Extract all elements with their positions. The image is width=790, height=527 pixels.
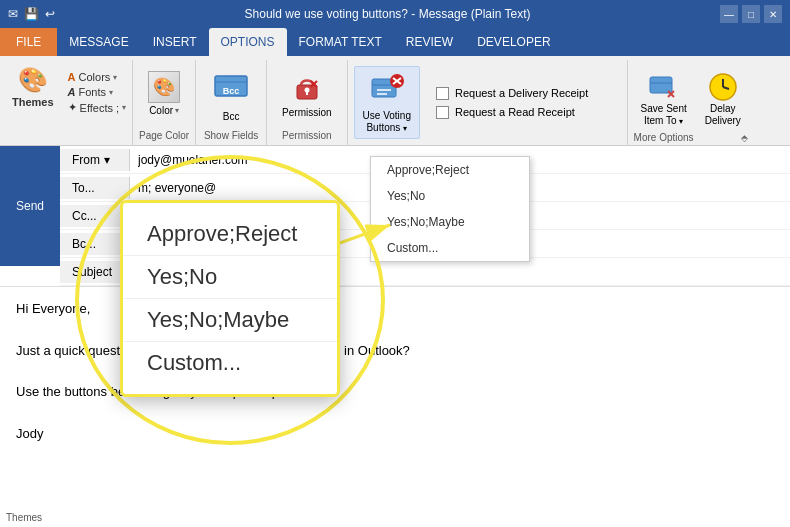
close-button[interactable]: ✕ — [764, 5, 782, 23]
colors-icon: A — [68, 71, 76, 83]
effects-icon: ✦ — [68, 101, 77, 114]
themes-sub-buttons: A Colors ▾ A Fonts ▾ ✦ Effects ; ▾ — [66, 70, 129, 115]
voting-dropdown-menu: Approve;Reject Yes;No Yes;No;Maybe Custo… — [370, 156, 530, 262]
permission-button[interactable]: Permission — [273, 66, 340, 123]
voting-btn-label: Use VotingButtons ▾ — [363, 110, 411, 134]
big-dropdown-approve-reject[interactable]: Approve;Reject — [123, 213, 337, 256]
to-button[interactable]: To... — [60, 177, 130, 199]
delivery-receipt-row[interactable]: Request a Delivery Receipt — [436, 87, 588, 100]
body-line-4: Jody — [16, 424, 774, 445]
colors-button[interactable]: A Colors ▾ — [66, 70, 129, 84]
use-voting-buttons-button[interactable]: Use VotingButtons ▾ — [354, 66, 420, 139]
tab-message[interactable]: MESSAGE — [57, 28, 140, 56]
show-fields-group-label: Show Fields — [204, 130, 258, 143]
ribbon-tab-bar: FILE MESSAGE INSERT OPTIONS FORMAT TEXT … — [0, 28, 790, 56]
voting-btn-icon-wrap — [369, 71, 405, 110]
minimize-button[interactable]: — — [720, 5, 738, 23]
read-receipt-checkbox[interactable] — [436, 106, 449, 119]
tab-developer[interactable]: DEVELOPER — [465, 28, 562, 56]
more-options-group: Save SentItem To ▾ DelayDelivery More Op… — [628, 60, 754, 145]
voting-icon — [369, 71, 405, 107]
page-color-group-label: Page Color — [139, 130, 189, 143]
dialog-launcher[interactable]: ⬘ — [741, 133, 748, 143]
dropdown-yes-no[interactable]: Yes;No — [371, 183, 529, 209]
permission-group-label: Permission — [282, 130, 331, 143]
title-bar: ✉ 💾 ↩ Should we use voting buttons? - Me… — [0, 0, 790, 28]
from-dropdown-arrow: ▾ — [104, 153, 110, 167]
ribbon: 🎨 Themes A Colors ▾ A Fonts ▾ ✦ Effects … — [0, 56, 790, 146]
dropdown-approve-reject[interactable]: Approve;Reject — [371, 157, 529, 183]
more-opts-buttons: Save SentItem To ▾ DelayDelivery — [634, 62, 748, 132]
themes-icon: 🎨 — [18, 66, 48, 94]
big-voting-dropdown: Approve;Reject Yes;No Yes;No;Maybe Custo… — [120, 200, 340, 397]
permission-icon — [289, 71, 325, 107]
fonts-button[interactable]: A Fonts ▾ — [66, 85, 129, 99]
svg-rect-5 — [306, 91, 308, 95]
read-receipt-row[interactable]: Request a Read Receipt — [436, 106, 588, 119]
title-bar-controls: — □ ✕ — [720, 5, 782, 23]
page-color-group: 🎨 Color ▾ Page Color — [133, 60, 196, 145]
page-color-dropdown-arrow: ▾ — [175, 106, 179, 115]
save-sent-icon — [648, 71, 680, 103]
effects-button[interactable]: ✦ Effects ; ▾ — [66, 100, 129, 115]
send-button[interactable]: Send — [0, 146, 60, 266]
delivery-receipt-checkbox[interactable] — [436, 87, 449, 100]
bcc-label: Bcc — [223, 111, 240, 122]
more-options-group-label: More Options — [634, 132, 694, 145]
delay-delivery-icon — [707, 71, 739, 103]
bcc-icon: Bcc — [213, 68, 249, 111]
tab-review[interactable]: REVIEW — [394, 28, 465, 56]
colors-dropdown-arrow: ▾ — [113, 73, 117, 82]
bcc-button[interactable]: Bcc Bcc — [202, 63, 260, 127]
save-icon: 💾 — [24, 7, 39, 21]
title-bar-icons: ✉ 💾 ↩ — [8, 7, 55, 21]
dropdown-custom[interactable]: Custom... — [371, 235, 529, 261]
tab-file[interactable]: FILE — [0, 28, 57, 56]
voting-tracking-group: Use VotingButtons ▾ Request a Delivery R… — [348, 60, 628, 145]
voting-btn-container: Use VotingButtons ▾ — [354, 66, 420, 139]
maximize-button[interactable]: □ — [742, 5, 760, 23]
svg-text:Bcc: Bcc — [223, 86, 240, 96]
message-body[interactable]: Hi Everyone, Just a quick question, do y… — [0, 287, 790, 527]
themes-group: 🎨 Themes A Colors ▾ A Fonts ▾ ✦ Effects … — [0, 60, 133, 145]
delay-delivery-button[interactable]: DelayDelivery — [698, 66, 748, 132]
page-color-button[interactable]: 🎨 Color ▾ — [143, 68, 185, 119]
effects-dropdown-arrow: ▾ — [122, 103, 126, 112]
fonts-dropdown-arrow: ▾ — [109, 88, 113, 97]
big-dropdown-yes-no[interactable]: Yes;No — [123, 256, 337, 299]
save-sent-label: Save SentItem To ▾ — [641, 103, 687, 127]
delivery-receipt-label: Request a Delivery Receipt — [455, 87, 588, 99]
big-dropdown-custom[interactable]: Custom... — [123, 342, 337, 384]
undo-icon[interactable]: ↩ — [45, 7, 55, 21]
checkboxes-area: Request a Delivery Receipt Request a Rea… — [428, 83, 596, 123]
tab-format-text[interactable]: FORMAT TEXT — [287, 28, 394, 56]
page-color-icon: 🎨 — [148, 71, 180, 103]
tab-options[interactable]: OPTIONS — [209, 28, 287, 56]
dropdown-yes-no-maybe[interactable]: Yes;No;Maybe — [371, 209, 529, 235]
delay-delivery-label: DelayDelivery — [705, 103, 741, 127]
save-sent-item-button[interactable]: Save SentItem To ▾ — [634, 66, 694, 132]
permission-group: Permission Permission — [267, 60, 347, 145]
show-fields-group: Bcc Bcc Show Fields — [196, 60, 267, 145]
themes-button[interactable]: 🎨 Themes — [4, 64, 62, 110]
themes-group-label: Themes — [6, 512, 42, 525]
fonts-icon: A — [68, 86, 76, 98]
permission-label: Permission — [282, 107, 331, 118]
outlook-icon: ✉ — [8, 7, 18, 21]
big-dropdown-yes-no-maybe[interactable]: Yes;No;Maybe — [123, 299, 337, 342]
title-text: Should we use voting buttons? - Message … — [245, 7, 531, 21]
tab-insert[interactable]: INSERT — [141, 28, 209, 56]
read-receipt-label: Request a Read Receipt — [455, 106, 575, 118]
from-button[interactable]: From ▾ — [60, 149, 130, 171]
